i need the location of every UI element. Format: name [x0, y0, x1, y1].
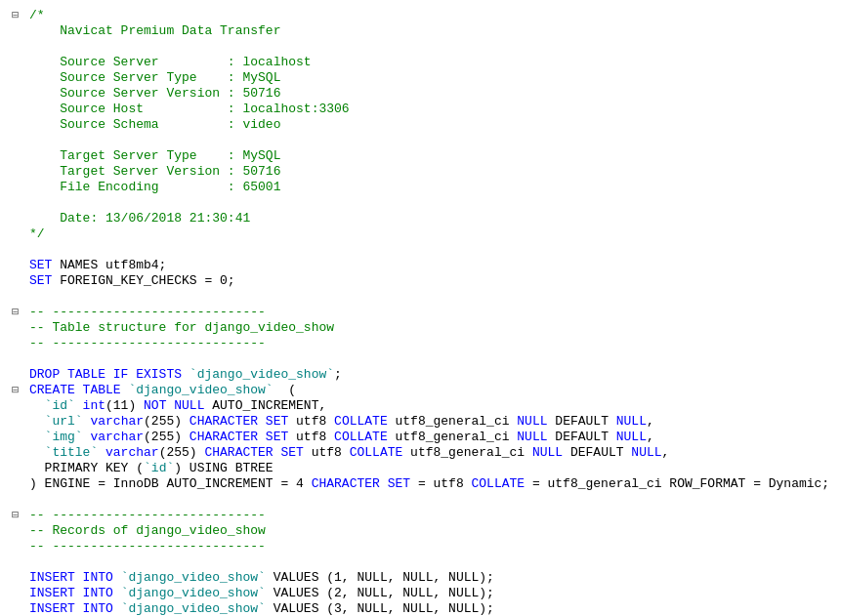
code-token: DEFAULT: [563, 445, 631, 460]
line-gutter: [12, 133, 25, 148]
line-gutter: [12, 242, 25, 258]
code-line: Date: 13/06/2018 21:30:41: [12, 211, 829, 226]
code-line: [12, 492, 829, 508]
code-token: NULL: [532, 445, 563, 460]
code-token: INSERT INTO: [29, 601, 121, 616]
code-line: INSERT INTO `django_video_show` VALUES (…: [12, 586, 829, 601]
line-gutter[interactable]: ⊟: [12, 305, 25, 320]
code-token: File Encoding : 65001: [29, 180, 280, 194]
code-token: utf8: [288, 430, 334, 444]
code-line: Target Server Version : 50716: [12, 164, 829, 180]
code-token: ) USING BTREE: [174, 461, 273, 475]
line-content: SET FOREIGN_KEY_CHECKS = 0;: [29, 273, 829, 289]
code-token: varchar: [90, 414, 144, 429]
code-token: CHARACTER SET: [204, 445, 303, 460]
code-token: CHARACTER SET: [312, 476, 410, 491]
code-token: -- ----------------------------: [29, 305, 266, 319]
code-token: Target Server Type : MySQL: [29, 148, 280, 163]
code-token: -- ----------------------------: [29, 336, 266, 350]
code-token: CHARACTER SET: [189, 430, 288, 444]
code-line: Source Server Version : 50716: [12, 86, 829, 102]
code-token: `url`: [29, 414, 90, 429]
code-line: `url` varchar(255) CHARACTER SET utf8 CO…: [12, 414, 829, 430]
code-line: SET NAMES utf8mb4;: [12, 258, 829, 273]
line-content: -- ----------------------------: [29, 336, 829, 351]
code-line: */: [12, 226, 829, 242]
line-content: Source Server Version : 50716: [29, 86, 829, 102]
line-gutter: [12, 55, 25, 70]
line-gutter: [12, 430, 25, 445]
code-token: NULL: [517, 430, 547, 444]
code-token: (11): [105, 398, 144, 413]
code-token: -- ----------------------------: [29, 539, 266, 554]
line-content: -- ----------------------------: [29, 305, 829, 320]
code-token: `django_video_show`: [128, 383, 273, 397]
code-token: `id`: [144, 461, 174, 475]
line-gutter: [12, 336, 25, 351]
line-gutter[interactable]: ⊟: [12, 8, 25, 23]
code-line: [12, 242, 829, 258]
line-gutter: [12, 445, 25, 461]
code-line: ⊟-- ----------------------------: [12, 305, 829, 320]
line-content: `id` int(11) NOT NULL AUTO_INCREMENT,: [29, 398, 829, 414]
line-content: Source Host : localhost:3306: [29, 102, 829, 117]
code-line: `title` varchar(255) CHARACTER SET utf8 …: [12, 445, 829, 461]
code-token: VALUES (3, NULL, NULL, NULL);: [266, 601, 494, 616]
code-token: (255): [144, 430, 189, 444]
line-content: CREATE TABLE `django_video_show` (: [29, 383, 829, 398]
line-gutter: [12, 258, 25, 273]
line-gutter: [12, 476, 25, 492]
code-token: ,: [662, 445, 670, 460]
line-gutter: [12, 367, 25, 383]
code-token: */: [29, 226, 45, 241]
code-line: Source Server : localhost: [12, 55, 829, 70]
code-token: (: [273, 383, 296, 397]
code-token: VALUES (1, NULL, NULL, NULL);: [266, 570, 494, 585]
code-viewer: ⊟/* Navicat Premium Data Transfer Source…: [0, 0, 841, 616]
line-content: Source Schema : video: [29, 117, 829, 133]
code-token: NOT NULL: [144, 398, 204, 413]
code-token: `django_video_show`: [121, 586, 266, 600]
code-token: NULL: [517, 414, 547, 429]
line-gutter: [12, 289, 25, 305]
code-token: NAMES utf8mb4;: [52, 258, 166, 272]
line-gutter: [12, 273, 25, 289]
code-line: [12, 133, 829, 148]
code-token: = utf8_general_ci ROW_FORMAT = Dynamic;: [525, 476, 829, 491]
code-token: COLLATE: [334, 414, 388, 429]
line-gutter: [12, 23, 25, 39]
line-gutter: [12, 570, 25, 586]
line-content: INSERT INTO `django_video_show` VALUES (…: [29, 586, 829, 601]
code-token: `img`: [29, 430, 90, 444]
code-token: DEFAULT: [548, 430, 616, 444]
code-token: Navicat Premium Data Transfer: [29, 23, 280, 38]
code-token: utf8_general_ci: [388, 414, 518, 429]
line-content: Source Server Type : MySQL: [29, 70, 829, 86]
code-token: Date: 13/06/2018 21:30:41: [29, 211, 250, 226]
line-content: -- ----------------------------: [29, 539, 829, 554]
code-token: Source Server : localhost: [29, 55, 312, 69]
code-token: ;: [334, 367, 342, 382]
code-token: `django_video_show`: [121, 601, 266, 616]
code-line: PRIMARY KEY (`id`) USING BTREE: [12, 461, 829, 476]
line-gutter[interactable]: ⊟: [12, 508, 25, 523]
line-content: Source Server : localhost: [29, 55, 829, 70]
line-gutter: [12, 492, 25, 508]
code-token: -- Records of django_video_show: [29, 523, 266, 538]
code-line: -- Table structure for django_video_show: [12, 320, 829, 336]
code-token: /*: [29, 8, 45, 22]
code-token: NULL: [631, 445, 661, 460]
code-token: = utf8: [410, 476, 471, 491]
line-gutter: [12, 398, 25, 414]
line-gutter[interactable]: ⊟: [12, 383, 25, 398]
code-token: NULL: [616, 430, 647, 444]
code-token: int: [83, 398, 105, 413]
code-token: DEFAULT: [548, 414, 616, 429]
code-token: COLLATE: [350, 445, 403, 460]
line-gutter: [12, 164, 25, 180]
code-token: utf8_general_ci: [402, 445, 532, 460]
line-content: -- Table structure for django_video_show: [29, 320, 829, 336]
code-token: ,: [647, 414, 654, 429]
code-line: DROP TABLE IF EXISTS `django_video_show`…: [12, 367, 829, 383]
line-gutter: [12, 39, 25, 55]
